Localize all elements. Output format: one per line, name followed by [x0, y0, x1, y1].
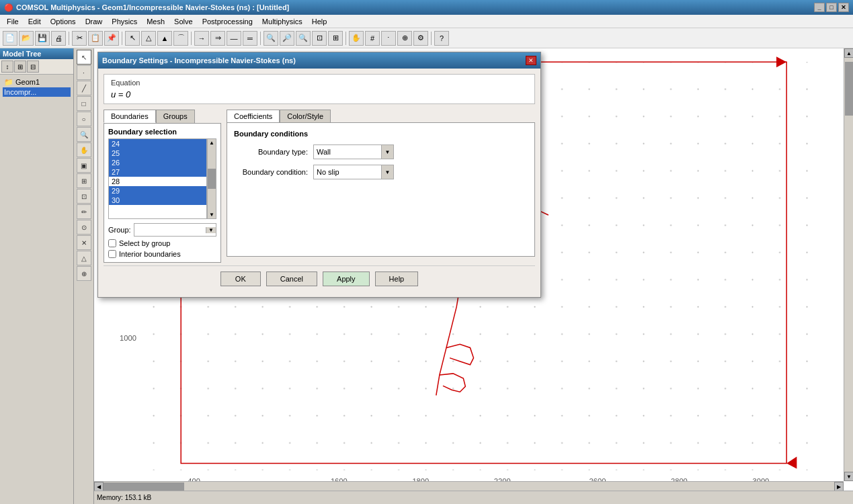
vscroll-up-btn[interactable]: ▲ — [844, 48, 853, 58]
toolbar-dline[interactable]: ═ — [243, 31, 257, 46]
toolbar-curve[interactable]: ⌒ — [173, 31, 188, 46]
toolbar-new[interactable]: 📄 — [3, 31, 17, 46]
toolbar-snap[interactable]: ⋅ — [381, 31, 396, 46]
boundary-list-scrollbar[interactable]: ▲ ▼ — [207, 138, 216, 219]
tab-boundaries[interactable]: Boundaries — [104, 110, 156, 123]
toolbar-arr2[interactable]: ⇒ — [210, 31, 225, 46]
title-bar-controls[interactable]: _ □ ✕ — [814, 3, 849, 12]
boundary-item-27[interactable]: 27 — [109, 167, 206, 177]
toolbar-zoom-in[interactable]: 🔎 — [280, 31, 294, 46]
toolbar-triangle2[interactable]: ▲ — [157, 31, 172, 46]
tree-incompr[interactable]: Incompr... — [3, 87, 71, 97]
tree-geom1[interactable]: 📁 Geom1 — [3, 77, 71, 87]
ok-button[interactable]: OK — [220, 271, 261, 286]
list-scroll-down[interactable]: ▼ — [209, 212, 214, 218]
apply-button[interactable]: Apply — [323, 271, 370, 286]
minimize-button[interactable]: _ — [814, 3, 825, 12]
close-button[interactable]: ✕ — [838, 3, 849, 12]
boundary-item-28[interactable]: 28 — [109, 177, 206, 186]
toolbar-zoom-area[interactable]: 🔍 — [263, 31, 278, 46]
toolbar-triangle1[interactable]: △ — [141, 31, 156, 46]
canvas-vscroll[interactable]: ▲ ▼ — [844, 48, 853, 481]
help-button[interactable]: Help — [375, 271, 419, 286]
tab-coefficients[interactable]: Coefficients — [227, 110, 280, 122]
tool-r2[interactable]: ⊞ — [77, 173, 91, 188]
menu-physics[interactable]: Physics — [108, 17, 141, 26]
toolbar-zoom-sel[interactable]: ⊞ — [328, 31, 343, 46]
interior-boundaries-label[interactable]: Interior boundaries — [119, 250, 181, 258]
maximize-button[interactable]: □ — [826, 3, 837, 12]
toolbar-paste[interactable]: 📌 — [104, 31, 119, 46]
group-dropdown[interactable]: ▼ — [134, 223, 216, 237]
boundary-item-24[interactable]: 24 — [109, 139, 206, 149]
toolbar-cut[interactable]: ✂ — [72, 31, 87, 46]
toolbar-settings[interactable]: ⚙ — [413, 31, 428, 46]
boundary-type-dropdown[interactable]: Wall ▼ — [313, 144, 394, 159]
tree-btn-3[interactable]: ⊟ — [27, 60, 39, 73]
toolbar-zoom-fit[interactable]: ⊡ — [312, 31, 327, 46]
hscroll-left-btn[interactable]: ◀ — [94, 482, 104, 491]
tool-edit[interactable]: ✏ — [77, 204, 91, 219]
toolbar-zoom-out[interactable]: 🔍 — [296, 31, 311, 46]
boundary-condition-arrow[interactable]: ▼ — [381, 165, 393, 179]
toolbar-save[interactable]: 💾 — [35, 31, 50, 46]
toolbar-help[interactable]: ? — [434, 31, 449, 46]
tree-btn-1[interactable]: ↕ — [1, 60, 13, 73]
tool-tri[interactable]: △ — [77, 251, 91, 265]
tool-pan[interactable]: ✋ — [77, 142, 91, 157]
select-by-group-label[interactable]: Select by group — [119, 239, 170, 247]
toolbar-copy[interactable]: 📋 — [88, 31, 103, 46]
cancel-button[interactable]: Cancel — [266, 271, 317, 286]
tool-line[interactable]: ╱ — [77, 81, 91, 95]
equation-value: u = 0 — [111, 89, 528, 99]
menu-edit[interactable]: Edit — [24, 17, 45, 26]
menu-help[interactable]: Help — [308, 17, 331, 26]
group-arrow[interactable]: ▼ — [206, 227, 216, 233]
tool-zoom[interactable]: 🔍 — [77, 127, 91, 142]
toolbar-pan[interactable]: ✋ — [349, 31, 364, 46]
list-scroll-thumb[interactable] — [208, 169, 216, 189]
tool-pointer[interactable]: ↖ — [77, 50, 91, 65]
tool-sel[interactable]: ⊡ — [77, 189, 91, 204]
list-scroll-up[interactable]: ▲ — [209, 140, 214, 146]
toolbar-print[interactable]: 🖨 — [51, 31, 66, 46]
hscroll-right-btn[interactable]: ▶ — [834, 482, 844, 491]
toolbar-open[interactable]: 📂 — [19, 31, 34, 46]
toolbar-axis[interactable]: ⊕ — [397, 31, 412, 46]
hscroll-thumb[interactable] — [104, 482, 184, 491]
menu-mesh[interactable]: Mesh — [143, 17, 169, 26]
menu-multiphysics[interactable]: Multiphysics — [258, 17, 307, 26]
select-by-group-checkbox[interactable] — [108, 239, 116, 247]
boundary-item-25[interactable]: 25 — [109, 149, 206, 158]
toolbar-select[interactable]: ↖ — [125, 31, 140, 46]
toolbar-line[interactable]: ― — [227, 31, 241, 46]
tool-rect[interactable]: □ — [77, 96, 91, 111]
tab-color-style[interactable]: Color/Style — [280, 110, 331, 122]
tool-extra[interactable]: ⊕ — [77, 266, 91, 281]
boundary-item-26[interactable]: 26 — [109, 158, 206, 167]
boundary-item-30[interactable]: 30 — [109, 196, 206, 205]
tool-del[interactable]: ✕ — [77, 235, 91, 250]
canvas-hscroll[interactable]: ◀ ▶ — [94, 481, 844, 491]
toolbar-arr1[interactable]: → — [194, 31, 209, 46]
menu-file[interactable]: File — [3, 17, 23, 26]
tool-r1[interactable]: ▣ — [77, 158, 91, 173]
menu-solve[interactable]: Solve — [170, 17, 197, 26]
boundary-condition-dropdown[interactable]: No slip ▼ — [313, 165, 394, 179]
vscroll-down-btn[interactable]: ▼ — [844, 472, 853, 481]
menu-postprocessing[interactable]: Postprocessing — [198, 17, 257, 26]
boundary-item-29[interactable]: 29 — [109, 186, 206, 196]
boundary-list[interactable]: 24 25 26 27 28 29 30 — [108, 138, 207, 219]
boundary-type-arrow[interactable]: ▼ — [381, 145, 393, 159]
vscroll-thumb[interactable] — [845, 62, 853, 116]
toolbar-grid[interactable]: # — [365, 31, 380, 46]
dialog-close-button[interactable]: ✕ — [526, 56, 536, 65]
tool-node[interactable]: ⊙ — [77, 220, 91, 235]
menu-draw[interactable]: Draw — [81, 17, 107, 26]
tool-point[interactable]: · — [77, 65, 91, 80]
menu-options[interactable]: Options — [46, 17, 80, 26]
tree-btn-2[interactable]: ⊞ — [14, 60, 26, 73]
tab-groups[interactable]: Groups — [156, 110, 195, 123]
tool-ellipse[interactable]: ○ — [77, 112, 91, 126]
interior-boundaries-checkbox[interactable] — [108, 250, 116, 258]
